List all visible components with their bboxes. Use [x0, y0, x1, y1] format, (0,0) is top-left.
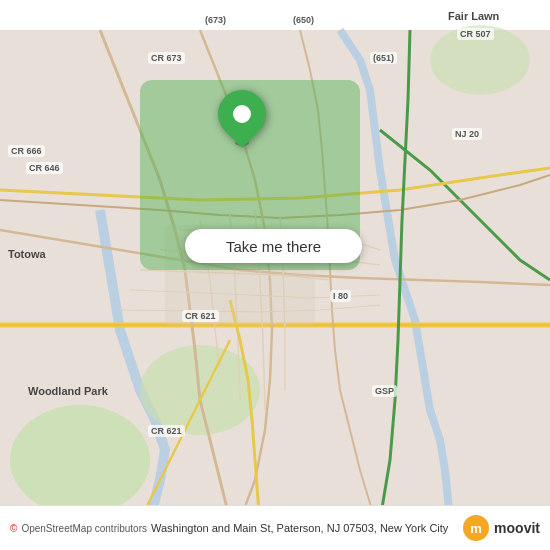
- map-background: [0, 0, 550, 550]
- bottom-bar: © OpenStreetMap contributors Washington …: [0, 505, 550, 550]
- svg-point-1: [10, 405, 150, 515]
- moovit-logo: m moovit: [462, 514, 540, 542]
- take-me-there-button[interactable]: Take me there: [185, 229, 362, 263]
- osm-copyright-text: OpenStreetMap contributors: [21, 523, 147, 534]
- svg-text:m: m: [470, 521, 482, 536]
- address-label: Washington and Main St, Paterson, NJ 075…: [151, 522, 462, 534]
- copyright-section: © OpenStreetMap contributors: [10, 523, 147, 534]
- moovit-icon: m: [462, 514, 490, 542]
- moovit-text: moovit: [494, 520, 540, 536]
- map-container: CR 666 CR 673 (673) (650) (651) CR 507 C…: [0, 0, 550, 550]
- svg-point-3: [430, 25, 530, 95]
- copyright-icon: ©: [10, 523, 17, 534]
- address-text: Washington and Main St, Paterson, NJ 075…: [151, 522, 448, 534]
